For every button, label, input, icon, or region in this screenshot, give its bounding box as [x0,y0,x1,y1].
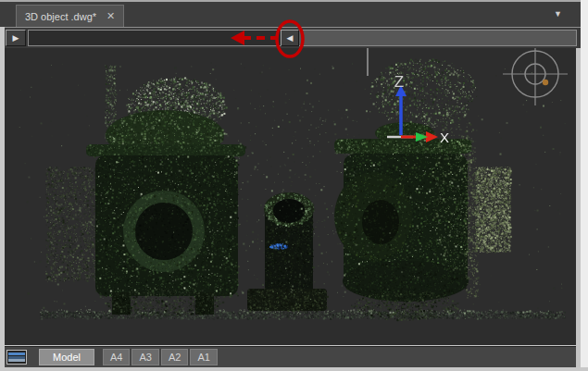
tab-a1[interactable]: A1 [190,349,217,365]
slider-track[interactable]: ◀ [28,30,577,46]
collapse-icon: ◀ [287,34,294,43]
document-tab[interactable]: 3D object .dwg* ✕ [16,5,124,27]
play-icon: ▶ [13,34,19,43]
document-tab-bar: 3D object .dwg* ✕ ▼ [0,2,581,27]
tab-a2[interactable]: A2 [161,349,188,365]
viewport: Z X [5,48,576,345]
tab-overflow-icon[interactable]: ▼ [554,9,562,19]
window-border-left [0,27,5,367]
play-button[interactable]: ▶ [6,30,26,46]
tab-a4[interactable]: A4 [103,349,130,365]
layout-tab-bar: Model A4 A3 A2 A1 [5,346,576,367]
sheet-list-icon[interactable] [6,350,27,365]
animation-toolbar: ▶ ◀ [5,27,581,48]
app-window: 3D object .dwg* ✕ ▼ ▶ ◀ [0,0,588,371]
point-cloud-canvas[interactable] [5,48,576,345]
collapse-button[interactable]: ◀ [281,30,299,46]
tab-a3[interactable]: A3 [131,349,158,365]
tab-model[interactable]: Model [39,349,94,365]
window-border-bottom [0,367,588,371]
document-tab-label: 3D object .dwg* [25,11,96,22]
window-border-top [0,0,588,2]
slider-remaining-region [299,31,576,45]
window-border-right [581,0,588,371]
close-icon[interactable]: ✕ [106,11,115,21]
